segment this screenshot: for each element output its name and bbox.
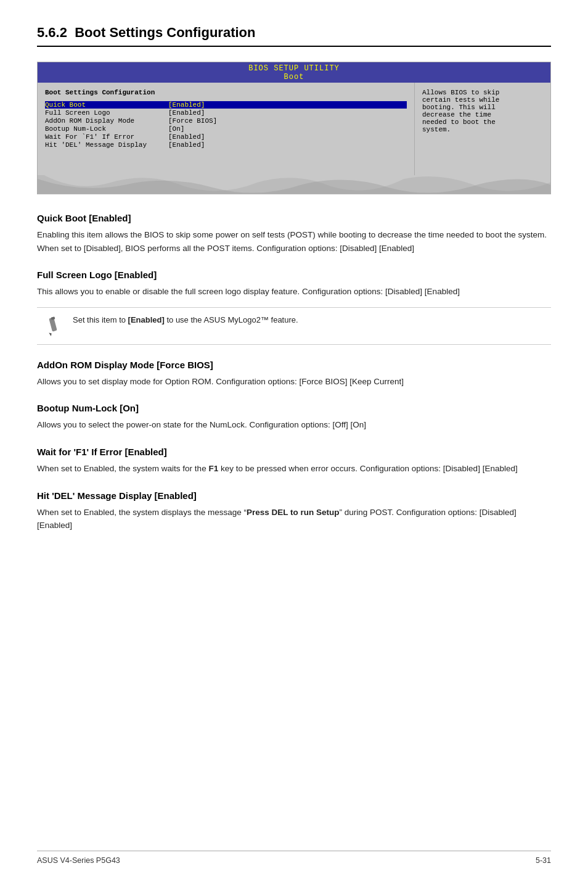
bios-row-value: [Enabled] [168,101,205,109]
bios-left-title: Boot Settings Configuration [45,89,407,96]
footer-right: 5-31 [536,856,551,865]
bios-row-label: Hit 'DEL' Message Display [45,141,168,149]
section-number: 5.6.2 [37,25,67,40]
body-text-5: When set to Enabled, the system displays… [37,506,551,532]
bios-row-label: Full Screen Logo [45,109,168,117]
svg-rect-2 [51,316,55,320]
bios-row-value: [Enabled] [168,109,205,117]
bios-body: Boot Settings Configuration Quick Boot[E… [38,83,550,175]
bios-row-value: [On] [168,125,184,133]
body-text-2: Allows you to set display mode for Optio… [37,375,551,389]
bios-right-text: Allows BIOS to skipcertain tests whilebo… [422,89,543,133]
sub-heading-0: Quick Boot [Enabled] [37,213,551,223]
page-content: 5.6.2 Boot Settings Configuration BIOS S… [37,25,551,532]
bios-row-value: [Force BIOS] [168,117,217,125]
bold-text: Press DEL to run Setup [247,508,340,517]
section-title: Boot Settings Configuration [75,25,255,40]
bios-header: BIOS SETUP UTILITY Boot [38,62,550,83]
sub-heading-5: Hit 'DEL' Message Display [Enabled] [37,490,551,501]
bios-row: Full Screen Logo[Enabled] [45,109,407,117]
bios-row: Quick Boot[Enabled] [45,101,407,109]
bios-header-line2: Boot [38,73,550,81]
pencil-icon [42,314,64,338]
svg-marker-1 [49,332,52,336]
bios-screenshot: BIOS SETUP UTILITY Boot Boot Settings Co… [37,62,551,194]
note-box-1: Set this item to [Enabled] to use the AS… [37,307,551,345]
bios-row-label: Bootup Num-Lock [45,125,168,133]
body-text-1: This allows you to enable or disable the… [37,285,551,299]
sub-heading-2: AddOn ROM Display Mode [Force BIOS] [37,360,551,370]
sub-heading-3: Bootup Num-Lock [On] [37,403,551,413]
bios-wave [38,175,550,194]
bios-row-label: Quick Boot [45,101,168,109]
bios-row-value: [Enabled] [168,133,205,141]
bios-row: AddOn ROM Display Mode[Force BIOS] [45,117,407,125]
bios-left-panel: Boot Settings Configuration Quick Boot[E… [38,83,415,175]
note-bold: [Enabled] [128,315,165,324]
bios-header-line1: BIOS SETUP UTILITY [38,64,550,73]
section-heading: 5.6.2 Boot Settings Configuration [37,25,551,47]
bios-right-panel: Allows BIOS to skipcertain tests whilebo… [415,83,550,175]
footer: ASUS V4-Series P5G43 5-31 [37,851,551,865]
body-text-3: Allows you to select the power-on state … [37,418,551,432]
bold-word: F1 [208,464,218,473]
bios-row: Wait For `F1' If Error[Enabled] [45,133,407,141]
body-text-0: Enabling this item allows the BIOS to sk… [37,228,551,255]
sub-heading-1: Full Screen Logo [Enabled] [37,270,551,280]
sub-heading-4: Wait for 'F1' If Error [Enabled] [37,447,551,457]
bios-row: Hit 'DEL' Message Display[Enabled] [45,141,407,149]
bios-row-value: [Enabled] [168,141,205,149]
sections-container: Quick Boot [Enabled]Enabling this item a… [37,213,551,532]
bios-rows: Quick Boot[Enabled]Full Screen Logo[Enab… [45,101,407,149]
bios-row: Bootup Num-Lock[On] [45,125,407,133]
body-text-4: When set to Enabled, the system waits fo… [37,462,551,476]
bios-row-label: AddOn ROM Display Mode [45,117,168,125]
footer-left: ASUS V4-Series P5G43 [37,856,120,865]
note-text-1: Set this item to [Enabled] to use the AS… [73,314,298,326]
bios-row-label: Wait For `F1' If Error [45,133,168,141]
